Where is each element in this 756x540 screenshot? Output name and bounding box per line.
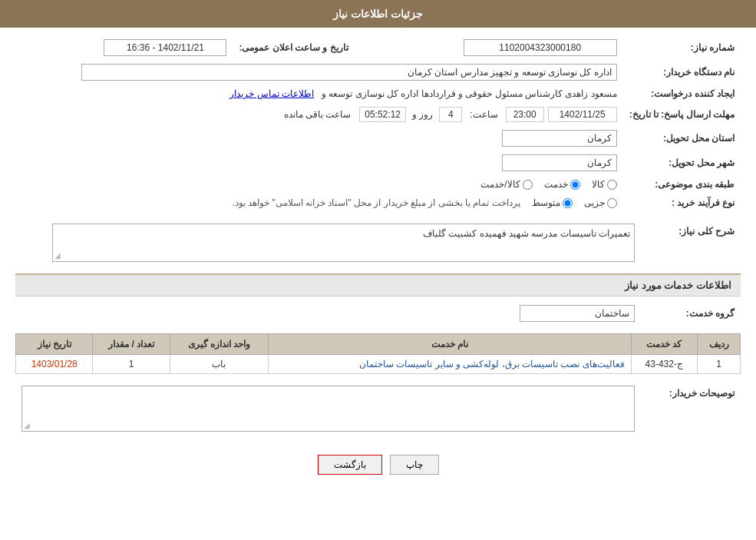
remarks-box: ◢ xyxy=(21,386,635,432)
col-nam: نام خدمت xyxy=(269,334,631,355)
cell-kod: ج-432-43 xyxy=(631,355,697,374)
cell-tarikh: 1403/01/28 xyxy=(16,355,93,374)
sharhKoli-box: تعمیرات تاسیسات مدرسه شهید فهمیده کشبیت … xyxy=(52,224,635,262)
button-area: چاپ بازگشت xyxy=(15,443,741,486)
resize-handle: ◢ xyxy=(54,251,61,260)
remaining-time-value: 05:52:12 xyxy=(359,107,406,122)
ijadKonande-label: ایجاد کننده درخواست: xyxy=(623,84,741,103)
noeFarayand-note: پرداخت تمام یا بخشی از مبلغ خریدار از مح… xyxy=(232,197,520,208)
contact-info-link[interactable]: اطلاعات تماس خریدار xyxy=(229,88,314,99)
noeFarayand-value: جزیی متوسط پرداخت تمام یا بخشی از مبلغ خ… xyxy=(15,194,623,212)
ostanMahal-label: استان محل تحویل: xyxy=(623,126,741,151)
remaining-time: ساعت باقی مانده xyxy=(279,108,356,121)
ijadKonande-value: مسعود زاهدی کارشناس مسئول حقوقی و قراردا… xyxy=(15,84,623,103)
service-table: ردیف کد خدمت نام خدمت واحد اندازه گیری ت… xyxy=(15,333,741,374)
grohKhadamat-label: گروه خدمت: xyxy=(641,301,741,326)
deadline-date-value: 1402/11/25 xyxy=(548,107,617,122)
mohlatErsalPasokh-label: مهلت ارسال پاسخ: تا تاریخ: xyxy=(623,103,741,126)
sharhKoli-label: شرح کلی نیاز: xyxy=(641,220,741,266)
tabaqeBandi-value: کالا خدمت کالا/خدمت xyxy=(15,175,623,194)
sharhKoli-value: تعمیرات تاسیسات مدرسه شهید فهمیده کشبیت … xyxy=(15,220,641,266)
shomareNiaz-label: شماره نیاز: xyxy=(623,35,741,60)
radio-khedmat[interactable]: خدمت xyxy=(544,179,580,190)
shomareNiaz-value: 1102004323000180 xyxy=(356,35,623,60)
radio-motevaset[interactable]: متوسط xyxy=(532,197,573,208)
radio-jozyi[interactable]: جزیی xyxy=(584,197,617,208)
print-button[interactable]: چاپ xyxy=(390,455,439,475)
mohlatErsalPasokh-value: ساعت باقی مانده 05:52:12 روز و 4 ساعت: 2… xyxy=(15,103,623,126)
col-tedad: تعداد / مقدار xyxy=(93,334,170,355)
grohKhadamat-value: ساختمان xyxy=(15,301,641,326)
radio-kala[interactable]: کالا xyxy=(592,179,617,190)
cell-vahed: باب xyxy=(170,355,269,374)
resize-handle-remarks: ◢ xyxy=(24,421,30,429)
cell-radif: 1 xyxy=(698,355,741,374)
tarikhElan-value: 1402/11/21 - 16:36 xyxy=(15,35,233,60)
deadline-time-label: ساعت: xyxy=(470,109,497,120)
back-button[interactable]: بازگشت xyxy=(318,455,382,475)
remarks-label: توصیحات خریدار: xyxy=(641,382,741,436)
service-info-title: اطلاعات خدمات مورد نیاز xyxy=(15,273,741,297)
col-kod: کد خدمت xyxy=(631,334,697,355)
sharh-koli-section: شرح کلی نیاز: تعمیرات تاسیسات مدرسه شهید… xyxy=(15,220,741,266)
col-tarikh: تاریخ نیاز xyxy=(16,334,93,355)
tabaqeBandi-label: طبقه بندی موضوعی: xyxy=(623,175,741,194)
radio-kala-khedmat[interactable]: کالا/خدمت xyxy=(480,179,532,190)
shomareNiaz-input: 1102004323000180 xyxy=(464,39,617,56)
info-table: شماره نیاز: 1102004323000180 تاریخ و ساع… xyxy=(15,35,741,212)
shahrMahal-value: کرمان xyxy=(15,151,623,175)
deadline-time-value: 23:00 xyxy=(506,107,544,122)
table-row: 1 ج-432-43 فعالیت‌های نصب تاسیسات برق، ل… xyxy=(16,355,741,374)
groh-khadamat-section: گروه خدمت: ساختمان xyxy=(15,301,741,326)
tarikhElan-label: تاریخ و ساعت اعلان عمومی: xyxy=(233,35,355,60)
shahrMahal-label: شهر محل تحویل: xyxy=(623,151,741,175)
remaining-days-label: روز و xyxy=(412,109,433,120)
noeFarayand-label: نوع فرآیند خرید : xyxy=(623,194,741,212)
col-vahed: واحد اندازه گیری xyxy=(170,334,269,355)
col-radif: ردیف xyxy=(698,334,741,355)
remaining-days-value: 4 xyxy=(439,107,462,122)
page-title: جزئیات اطلاعات نیاز xyxy=(333,8,423,20)
remarks-section: توصیحات خریدار: ◢ xyxy=(15,382,741,436)
namDastgah-label: نام دستگاه خریدار: xyxy=(623,60,741,84)
ostanMahal-value: کرمان xyxy=(15,126,623,151)
remarks-value: ◢ xyxy=(15,382,641,436)
cell-nam: فعالیت‌های نصب تاسیسات برق، لوله‌کشی و س… xyxy=(269,355,631,374)
page-header: جزئیات اطلاعات نیاز xyxy=(0,0,756,28)
cell-tedad: 1 xyxy=(93,355,170,374)
namDastgah-value: اداره کل نوسازی توسعه و تجهیز مدارس استا… xyxy=(15,60,623,84)
